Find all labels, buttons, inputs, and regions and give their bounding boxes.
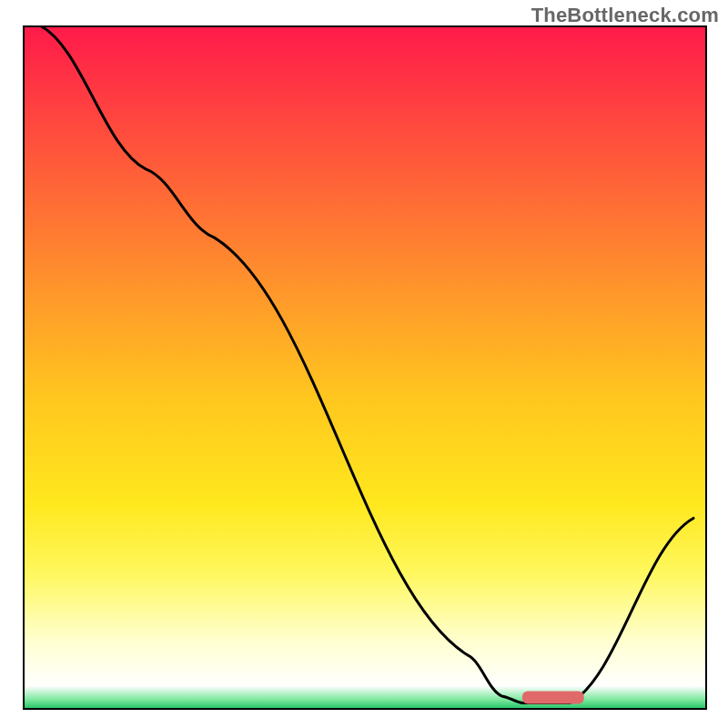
gradient-background bbox=[23, 25, 707, 710]
bottleneck-chart bbox=[0, 0, 728, 728]
optimal-marker bbox=[522, 691, 584, 703]
chart-container: TheBottleneck.com bbox=[0, 0, 728, 728]
plot-area bbox=[23, 25, 707, 710]
